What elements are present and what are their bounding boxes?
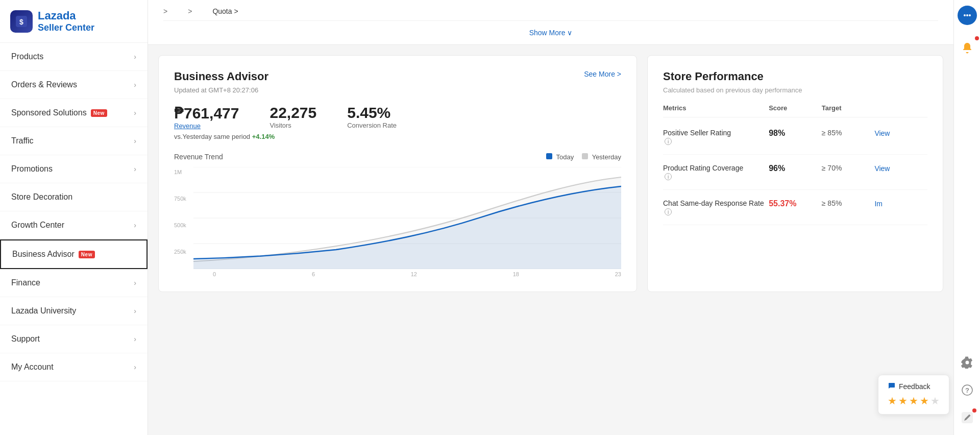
logo-name: Lazada <box>38 9 94 22</box>
nav-label-8: Finance <box>11 278 40 287</box>
logo-sub: Seller Center <box>38 22 94 33</box>
nav-label-4: Promotions <box>11 164 53 174</box>
top-link-1[interactable]: > <box>163 7 167 15</box>
metric-name-3: Chat Same-day Response Rate <box>663 199 769 207</box>
nav-chevron-0: › <box>134 53 136 61</box>
view-link-2[interactable]: View <box>874 164 890 173</box>
nav-label-5: Store Decoration <box>11 192 72 202</box>
store-performance-sub: Calculated based on previous day perform… <box>663 86 927 94</box>
x-labels: 0 6 12 18 23 <box>193 271 621 277</box>
nav-chevron-9: › <box>134 307 136 315</box>
nav-chevron-10: › <box>134 335 136 343</box>
nav-label-1: Orders & Reviews <box>11 80 77 89</box>
chat-bubble-icon <box>958 6 977 25</box>
sidebar-item-products[interactable]: Products› <box>0 43 148 71</box>
sidebar-item-business-advisor[interactable]: Business AdvisorNew <box>0 239 148 269</box>
x-label-0: 0 <box>213 271 216 277</box>
help-icon-wrap[interactable]: ? <box>957 380 977 400</box>
y-labels: 1M 750k 500k 250k <box>174 167 186 277</box>
bell-icon-wrap[interactable] <box>957 38 977 58</box>
star-4[interactable]: ★ <box>920 395 929 407</box>
nav-badge-2: New <box>91 109 107 117</box>
sidebar-item-traffic[interactable]: Traffic› <box>0 127 148 155</box>
x-label-6: 6 <box>312 271 315 277</box>
perf-target-3: ≥ 85% <box>822 199 875 207</box>
visitors-label: Visitors <box>270 122 316 129</box>
perf-action-3: Im <box>874 199 927 208</box>
metrics-row: ₱761,477 Revenue 22,275 Visitors 5.45% C… <box>174 104 621 130</box>
chart-header: Revenue Trend Today Yesterday <box>174 153 621 161</box>
nav-label-9: Lazada University <box>11 306 76 316</box>
visitors-value: 22,275 <box>270 104 316 122</box>
logo-text: Lazada Seller Center <box>38 9 94 33</box>
perf-score-1: 98% <box>769 129 822 138</box>
nav-label-0: Products <box>11 52 43 61</box>
bell-badge <box>975 36 979 40</box>
feedback-stars[interactable]: ★ ★ ★ ★ ★ <box>888 395 940 407</box>
chat-icon-wrap[interactable] <box>957 5 977 26</box>
feedback-label: Feedback <box>899 382 930 391</box>
svg-point-9 <box>969 14 971 16</box>
nav-chevron-1: › <box>134 81 136 89</box>
star-3[interactable]: ★ <box>909 395 918 407</box>
store-performance-title: Store Performance <box>663 70 927 83</box>
info-icon-1[interactable]: i <box>665 138 672 145</box>
info-icon-3[interactable]: i <box>665 208 672 215</box>
show-more-bar: Show More ∨ <box>163 20 938 44</box>
sidebar-item-promotions[interactable]: Promotions› <box>0 155 148 183</box>
top-link-2[interactable]: > <box>188 7 192 15</box>
perf-score-3: 55.37% <box>769 199 822 208</box>
x-label-12: 12 <box>411 271 417 277</box>
svg-point-7 <box>964 14 966 16</box>
sidebar-item-growth-center[interactable]: Growth Center› <box>0 211 148 239</box>
revenue-chart-svg <box>193 167 621 269</box>
conversion-label: Conversion Rate <box>347 122 397 129</box>
info-icon-2[interactable]: i <box>665 173 672 180</box>
see-more-link[interactable]: See More > <box>584 70 621 78</box>
show-more-button[interactable]: Show More ∨ <box>529 29 573 37</box>
business-advisor-header: Business Advisor See More > <box>174 70 621 83</box>
sidebar: $ Lazada Seller Center Products›Orders &… <box>0 0 148 435</box>
col-action <box>874 104 927 112</box>
vs-yesterday: vs.Yesterday same period +4.14% <box>174 133 621 140</box>
perf-target-2: ≥ 70% <box>822 164 875 172</box>
conversion-value: 5.45% <box>347 104 397 122</box>
nav-badge-7: New <box>79 251 95 258</box>
lazada-logo-icon: $ <box>10 10 33 33</box>
revenue-label[interactable]: Revenue <box>174 122 239 130</box>
star-5[interactable]: ★ <box>930 395 940 407</box>
settings-icon-wrap[interactable] <box>957 352 977 373</box>
sidebar-item-my-account[interactable]: My Account› <box>0 353 148 381</box>
edit-icon-wrap[interactable] <box>957 407 977 428</box>
star-1[interactable]: ★ <box>888 395 897 407</box>
vs-label: vs.Yesterday same period <box>174 133 250 140</box>
perf-row-3: Chat Same-day Response Rate i 55.37% ≥ 8… <box>663 190 927 225</box>
perf-header: Metrics Score Target <box>663 104 927 117</box>
col-target: Target <box>822 104 875 112</box>
top-bar: > > Quota > Show More ∨ <box>148 0 953 45</box>
view-link-1[interactable]: View <box>874 129 890 137</box>
nav-chevron-2: › <box>134 109 136 117</box>
right-sidebar: ? <box>953 0 980 435</box>
svg-text:$: $ <box>19 18 23 26</box>
sidebar-item-orders-&-reviews[interactable]: Orders & Reviews› <box>0 71 148 99</box>
im-link[interactable]: Im <box>874 200 883 208</box>
perf-table: Metrics Score Target Positive Seller Rat… <box>663 104 927 225</box>
sidebar-item-lazada-university[interactable]: Lazada University› <box>0 297 148 325</box>
sidebar-item-finance[interactable]: Finance› <box>0 269 148 297</box>
nav-label-2: Sponsored Solutions <box>11 108 87 117</box>
sidebar-item-store-decoration[interactable]: Store Decoration <box>0 183 148 211</box>
star-2[interactable]: ★ <box>898 395 908 407</box>
perf-row-2: Product Rating Coverage i 96% ≥ 70% View <box>663 155 927 190</box>
nav-chevron-6: › <box>134 221 136 229</box>
sidebar-item-sponsored-solutions[interactable]: Sponsored SolutionsNew› <box>0 99 148 127</box>
top-link-quota[interactable]: Quota > <box>212 7 238 15</box>
legend-yesterday-dot <box>582 153 588 159</box>
metric-name-2: Product Rating Coverage <box>663 164 769 172</box>
feedback-panel: Feedback ★ ★ ★ ★ ★ <box>878 375 949 415</box>
main-content: > > Quota > Show More ∨ Business Advisor… <box>148 0 953 435</box>
feedback-title: Feedback <box>888 382 930 391</box>
nav-label-6: Growth Center <box>11 221 64 230</box>
panels-container: Business Advisor See More > Updated at G… <box>148 45 953 302</box>
sidebar-item-support[interactable]: Support› <box>0 325 148 353</box>
